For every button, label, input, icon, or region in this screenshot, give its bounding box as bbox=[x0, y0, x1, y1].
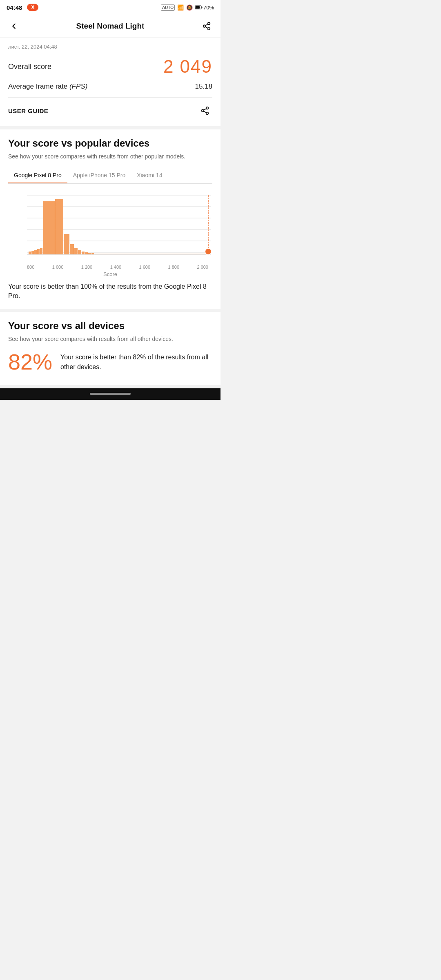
svg-rect-26 bbox=[55, 199, 63, 254]
bottom-home-indicator bbox=[90, 393, 131, 395]
all-devices-title: Your score vs all devices bbox=[8, 320, 212, 332]
popular-devices-section: Your score vs popular devices See how yo… bbox=[0, 129, 220, 309]
comparison-text: Your score is better than 100% of the re… bbox=[8, 282, 212, 301]
percent-row: 82% Your score is better than 82% of the… bbox=[8, 351, 212, 373]
x-app-indicator: X bbox=[27, 4, 38, 11]
svg-line-11 bbox=[204, 111, 206, 113]
percent-desc: Your score is better than 82% of the res… bbox=[60, 351, 212, 372]
svg-line-6 bbox=[205, 27, 208, 28]
score-chart: 800 1 000 1 200 1 400 1 600 1 800 2 000 … bbox=[8, 191, 212, 277]
x-label-1200: 1 200 bbox=[81, 265, 93, 270]
svg-rect-24 bbox=[40, 248, 42, 254]
big-percent-value: 82% bbox=[8, 351, 53, 373]
svg-rect-1 bbox=[196, 6, 200, 9]
status-bar: 04:48 X AUTO 📶 🔕 70% bbox=[0, 0, 220, 15]
svg-rect-30 bbox=[78, 250, 81, 254]
overall-score-value: 2 049 bbox=[163, 56, 212, 77]
x-label-1400: 1 400 bbox=[110, 265, 122, 270]
battery-percent: 70% bbox=[203, 4, 214, 11]
top-bar: Steel Nomad Light bbox=[0, 15, 220, 38]
user-guide-row: USER GUIDE bbox=[8, 103, 212, 118]
svg-rect-20 bbox=[29, 252, 31, 254]
bottom-nav-bar bbox=[0, 388, 220, 400]
auto-indicator: AUTO bbox=[161, 4, 175, 11]
back-button[interactable] bbox=[7, 19, 21, 33]
svg-line-7 bbox=[205, 24, 208, 26]
status-right: AUTO 📶 🔕 70% bbox=[161, 4, 214, 11]
svg-rect-22 bbox=[34, 250, 37, 254]
svg-point-37 bbox=[205, 248, 212, 255]
svg-rect-29 bbox=[74, 248, 78, 254]
status-time: 04:48 bbox=[7, 4, 22, 11]
chart-x-title: Score bbox=[8, 271, 212, 277]
svg-rect-34 bbox=[91, 253, 94, 254]
fps-label: Average frame rate (FPS) bbox=[8, 82, 87, 91]
svg-rect-2 bbox=[201, 7, 202, 8]
tab-xiaomi-14[interactable]: Xiaomi 14 bbox=[131, 168, 168, 184]
share-button[interactable] bbox=[199, 19, 214, 33]
svg-rect-33 bbox=[88, 253, 91, 254]
svg-rect-21 bbox=[31, 251, 34, 254]
overall-score-label: Overall score bbox=[8, 62, 51, 71]
popular-devices-title: Your score vs popular devices bbox=[8, 138, 212, 149]
overall-score-row: Overall score 2 049 bbox=[8, 56, 212, 77]
x-label-800: 800 bbox=[27, 265, 34, 270]
fps-row: Average frame rate (FPS) 15.18 bbox=[8, 82, 212, 98]
x-label-1000: 1 000 bbox=[52, 265, 64, 270]
tab-google-pixel-8-pro[interactable]: Google Pixel 8 Pro bbox=[8, 168, 67, 184]
svg-rect-23 bbox=[37, 249, 40, 254]
svg-rect-35 bbox=[95, 254, 209, 254]
x-label-2000: 2 000 bbox=[197, 265, 208, 270]
bell-icon: 🔕 bbox=[186, 4, 193, 11]
user-guide-label[interactable]: USER GUIDE bbox=[8, 107, 48, 114]
svg-rect-32 bbox=[85, 252, 88, 254]
device-tabs: Google Pixel 8 Pro Apple iPhone 15 Pro X… bbox=[8, 168, 212, 184]
all-devices-subtitle: See how your score compares with results… bbox=[8, 335, 212, 343]
svg-rect-27 bbox=[64, 234, 69, 254]
all-devices-section: Your score vs all devices See how your s… bbox=[0, 312, 220, 385]
svg-rect-25 bbox=[43, 201, 55, 254]
x-label-1800: 1 800 bbox=[168, 265, 180, 270]
tab-apple-iphone-15-pro[interactable]: Apple iPhone 15 Pro bbox=[67, 168, 131, 184]
x-label-1600: 1 600 bbox=[139, 265, 151, 270]
battery-icon: 70% bbox=[195, 4, 214, 11]
wifi-icon: 📶 bbox=[177, 4, 184, 11]
status-left: 04:48 X bbox=[7, 4, 38, 11]
page-title: Steel Nomad Light bbox=[76, 22, 145, 31]
fps-value: 15.18 bbox=[195, 82, 212, 91]
date-label: лист. 22, 2024 04:48 bbox=[8, 44, 212, 50]
popular-devices-subtitle: See how your score compares with results… bbox=[8, 153, 212, 161]
user-guide-share-button[interactable] bbox=[198, 103, 212, 118]
svg-rect-28 bbox=[70, 244, 74, 254]
chart-x-labels: 800 1 000 1 200 1 400 1 600 1 800 2 000 bbox=[8, 265, 212, 270]
svg-line-12 bbox=[204, 109, 206, 110]
score-card: лист. 22, 2024 04:48 Overall score 2 049… bbox=[0, 38, 220, 126]
svg-rect-31 bbox=[82, 252, 85, 254]
